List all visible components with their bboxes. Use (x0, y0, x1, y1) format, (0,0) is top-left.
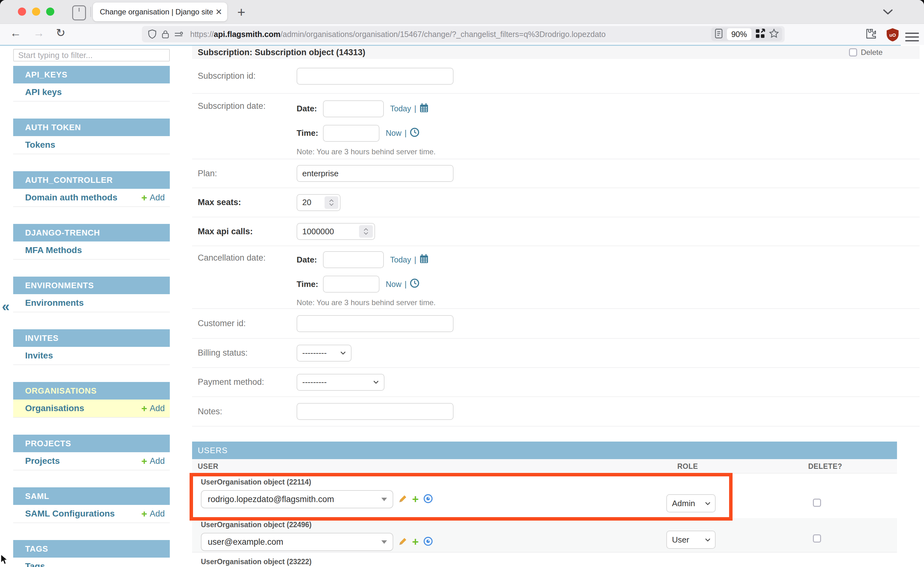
number-stepper[interactable] (359, 225, 373, 238)
zoom-window-button[interactable] (46, 8, 54, 16)
user-select[interactable]: user@example.com (201, 533, 393, 551)
screenshot-grid-icon[interactable] (755, 28, 765, 40)
view-eye-icon[interactable] (423, 494, 433, 505)
delete-row-checkbox[interactable] (813, 534, 821, 543)
delete-row-checkbox[interactable] (813, 499, 821, 507)
lock-icon[interactable] (161, 29, 170, 39)
column-header-delete: DELETE? (808, 462, 842, 471)
model-link[interactable]: Tokens (25, 140, 55, 150)
subscription-date-input[interactable] (323, 100, 384, 117)
edit-pencil-icon[interactable] (398, 494, 408, 505)
sidebar-item-environments[interactable]: Environments +Add (13, 294, 170, 312)
add-related-icon[interactable]: + (412, 494, 419, 505)
field-label: Cancellation date: (192, 246, 296, 263)
column-header-role: ROLE (677, 462, 698, 471)
minimize-window-button[interactable] (32, 8, 40, 16)
add-link[interactable]: +Add (141, 508, 165, 519)
billing-status-select[interactable]: --------- (296, 345, 352, 362)
tracking-protection-shield-icon[interactable] (147, 29, 157, 39)
user-select[interactable]: rodrigo.lopezdato@flagsmith.com (201, 490, 393, 508)
model-link[interactable]: MFA Methods (25, 245, 82, 255)
user-row: UserOrganisation object (23222) (192, 553, 897, 567)
notes-input[interactable] (296, 403, 453, 420)
model-link[interactable]: Invites (25, 351, 53, 361)
add-related-icon[interactable]: + (412, 536, 419, 548)
object-label: UserOrganisation object (22496) (201, 520, 897, 529)
new-tab-button[interactable]: + (237, 4, 245, 20)
sidebar-item-invites[interactable]: Invites +Add (13, 347, 170, 365)
customer-id-input[interactable] (296, 315, 453, 332)
sidebar-item-organisations[interactable]: Organisations +Add (13, 399, 170, 418)
now-link[interactable]: Now (386, 280, 402, 289)
edit-pencil-icon[interactable] (398, 537, 408, 547)
model-link[interactable]: Organisations (25, 403, 84, 413)
role-select[interactable]: User (666, 531, 716, 549)
add-link[interactable]: +Add (141, 192, 165, 202)
delete-checkbox[interactable] (849, 48, 857, 57)
bookmark-star-icon[interactable] (769, 28, 779, 40)
sidebar-section-api-keys: API_KEYS API keys +Add (13, 66, 170, 102)
field-row-billing-status: Billing status: --------- (192, 339, 919, 368)
mouse-cursor (1, 555, 9, 566)
list-tabs-chevron-icon[interactable] (883, 9, 893, 16)
forward-button[interactable]: → (33, 26, 45, 39)
payment-method-select[interactable]: --------- (296, 374, 384, 391)
field-row-customer-id: Customer id: (192, 309, 919, 339)
browser-tab[interactable]: Change organisation | Django site admin … (93, 3, 227, 21)
extensions-puzzle-icon[interactable] (865, 28, 878, 42)
reload-button[interactable]: ↻ (56, 26, 65, 39)
model-link[interactable]: SAML Configurations (25, 508, 115, 519)
max-seats-stepper[interactable] (296, 194, 340, 211)
today-link[interactable]: Today (390, 104, 411, 113)
max-api-calls-stepper[interactable] (296, 223, 375, 240)
sidebar-item-domain-auth-methods[interactable]: Domain auth methods +Add (13, 189, 170, 207)
sidebar-item-tags[interactable]: Tags +Add (13, 558, 170, 567)
model-link[interactable]: API keys (25, 87, 62, 97)
cancellation-time-input[interactable] (323, 276, 379, 292)
sidebar-item-tokens[interactable]: Tokens +Add (13, 136, 170, 154)
field-row-subscription-date: Subscription date: Date: Today| Time: No… (192, 94, 919, 159)
subscription-id-input[interactable] (296, 68, 453, 85)
calendar-icon[interactable] (419, 103, 429, 115)
close-tab-icon[interactable]: ✕ (215, 7, 222, 17)
object-label: UserOrganisation object (23222) (201, 558, 897, 566)
chevron-down-icon (340, 351, 346, 355)
zoom-level-badge[interactable]: 90% (727, 28, 751, 40)
sidebar-item-projects[interactable]: Projects +Add (13, 452, 170, 470)
view-eye-icon[interactable] (423, 536, 433, 548)
clock-icon[interactable] (410, 128, 419, 139)
permissions-icon[interactable] (174, 30, 183, 38)
number-stepper[interactable] (325, 196, 339, 209)
today-link[interactable]: Today (390, 255, 411, 264)
url-bar[interactable]: https://api.flagsmith.com/admin/organisa… (142, 26, 785, 42)
browser-toolbar: ← → ↻ https://api.flagsmith.com/admin/or… (0, 24, 924, 45)
field-row-subscription-id: Subscription id: (192, 59, 919, 94)
calendar-icon[interactable] (419, 254, 429, 266)
back-button[interactable]: ← (10, 26, 21, 39)
add-link[interactable]: +Add (141, 456, 165, 466)
close-window-button[interactable] (18, 8, 26, 16)
chevron-down-icon (705, 538, 710, 542)
menu-hamburger-icon[interactable] (905, 30, 919, 44)
subscription-time-input[interactable] (323, 125, 379, 142)
sidebar-collapse-icon[interactable]: « (2, 298, 9, 314)
cancellation-date-input[interactable] (323, 251, 384, 268)
sidebar-item-saml-configurations[interactable]: SAML Configurations +Add (13, 505, 170, 523)
model-link[interactable]: Environments (25, 298, 84, 308)
sidebar-item-mfa-methods[interactable]: MFA Methods +Add (13, 242, 170, 260)
now-link[interactable]: Now (386, 129, 402, 138)
model-link[interactable]: Domain auth methods (25, 192, 117, 202)
model-link[interactable]: Tags (25, 561, 45, 567)
sidebar-toggle-icon[interactable] (72, 5, 86, 20)
ublock-origin-icon[interactable]: uO (886, 28, 900, 42)
delete-label: Delete (861, 48, 883, 57)
add-link[interactable]: +Add (141, 403, 165, 413)
reader-view-icon[interactable] (714, 28, 723, 40)
user-row: UserOrganisation object (22114) rodrigo.… (192, 474, 897, 518)
sidebar-filter-input[interactable] (13, 49, 170, 62)
clock-icon[interactable] (410, 279, 419, 290)
sidebar-item-api-keys[interactable]: API keys +Add (13, 83, 170, 102)
role-select[interactable]: Admin (666, 494, 716, 512)
model-link[interactable]: Projects (25, 456, 60, 466)
plan-input[interactable] (296, 165, 453, 182)
